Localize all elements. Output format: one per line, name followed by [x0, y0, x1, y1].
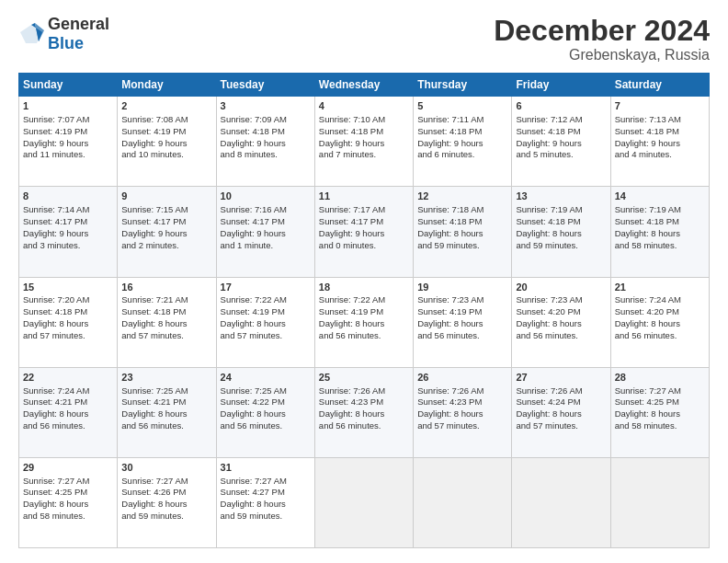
day-info-line: and 10 minutes.: [121, 149, 211, 161]
day-number: 3: [221, 99, 311, 113]
day-info-line: Sunset: 4:18 PM: [319, 126, 409, 138]
day-number: 17: [221, 281, 311, 294]
calendar-cell: 31Sunrise: 7:27 AMSunset: 4:27 PMDayligh…: [216, 457, 314, 547]
day-number: 21: [615, 281, 705, 294]
day-info-line: Sunrise: 7:19 AM: [516, 204, 606, 216]
day-info-line: and 2 minutes.: [121, 240, 211, 252]
day-info-line: Sunrise: 7:13 AM: [615, 114, 705, 126]
day-number: 19: [417, 281, 507, 294]
col-thursday: Thursday: [414, 74, 512, 97]
day-info-line: Daylight: 9 hours: [23, 138, 113, 150]
day-info-line: and 56 minutes.: [319, 420, 409, 432]
day-info-line: Sunset: 4:19 PM: [121, 126, 211, 138]
calendar-cell: 30Sunrise: 7:27 AMSunset: 4:26 PMDayligh…: [118, 457, 216, 547]
calendar-cell: 14Sunrise: 7:19 AMSunset: 4:18 PMDayligh…: [610, 187, 709, 277]
day-info-line: Sunset: 4:18 PM: [615, 126, 705, 138]
page-subtitle: Grebenskaya, Russia: [494, 47, 710, 63]
calendar-cell: [512, 457, 610, 547]
day-info-line: and 57 minutes.: [121, 330, 211, 342]
logo-general: General: [48, 15, 109, 33]
day-info-line: Sunset: 4:18 PM: [417, 216, 507, 228]
day-info-line: Sunrise: 7:19 AM: [615, 204, 705, 216]
day-info-line: Sunrise: 7:17 AM: [319, 204, 409, 216]
day-number: 6: [516, 99, 606, 113]
day-info-line: Sunrise: 7:15 AM: [121, 204, 211, 216]
calendar-week-4: 22Sunrise: 7:24 AMSunset: 4:21 PMDayligh…: [19, 367, 710, 457]
day-info-line: Daylight: 8 hours: [121, 408, 211, 420]
day-info-line: Daylight: 8 hours: [121, 499, 211, 511]
calendar-cell: 13Sunrise: 7:19 AMSunset: 4:18 PMDayligh…: [512, 187, 610, 277]
day-info-line: Sunset: 4:18 PM: [516, 126, 606, 138]
day-info-line: Sunset: 4:23 PM: [417, 396, 507, 408]
day-info-line: Sunset: 4:21 PM: [121, 396, 211, 408]
day-info-line: Sunrise: 7:07 AM: [23, 114, 113, 126]
day-info-line: Sunset: 4:17 PM: [121, 216, 211, 228]
day-info-line: Sunrise: 7:23 AM: [516, 294, 606, 306]
calendar-cell: 10Sunrise: 7:16 AMSunset: 4:17 PMDayligh…: [216, 187, 314, 277]
day-info-line: Sunrise: 7:26 AM: [319, 385, 409, 397]
calendar-body: 1Sunrise: 7:07 AMSunset: 4:19 PMDaylight…: [19, 97, 710, 548]
day-info-line: and 56 minutes.: [23, 420, 113, 432]
day-info-line: Sunrise: 7:24 AM: [23, 385, 113, 397]
page: General Blue December 2024 Grebenskaya, …: [0, 0, 728, 563]
day-info-line: Sunset: 4:23 PM: [319, 396, 409, 408]
day-info-line: Sunset: 4:20 PM: [615, 306, 705, 318]
day-info-line: and 3 minutes.: [23, 240, 113, 252]
day-number: 31: [221, 461, 311, 475]
day-info-line: Sunset: 4:25 PM: [23, 487, 113, 499]
calendar-cell: 12Sunrise: 7:18 AMSunset: 4:18 PMDayligh…: [414, 187, 512, 277]
day-number: 8: [23, 190, 113, 203]
day-info-line: Sunrise: 7:23 AM: [417, 294, 507, 306]
day-info-line: and 56 minutes.: [221, 420, 311, 432]
calendar-cell: 25Sunrise: 7:26 AMSunset: 4:23 PMDayligh…: [314, 367, 413, 457]
day-number: 18: [319, 281, 409, 294]
day-info-line: Daylight: 8 hours: [221, 499, 311, 511]
calendar-cell: 11Sunrise: 7:17 AMSunset: 4:17 PMDayligh…: [314, 187, 413, 277]
day-info-line: Sunrise: 7:25 AM: [121, 385, 211, 397]
day-info-line: Daylight: 8 hours: [417, 408, 507, 420]
calendar-cell: 22Sunrise: 7:24 AMSunset: 4:21 PMDayligh…: [19, 367, 118, 457]
day-info-line: Sunrise: 7:11 AM: [417, 114, 507, 126]
calendar-cell: 3Sunrise: 7:09 AMSunset: 4:18 PMDaylight…: [216, 97, 314, 187]
calendar-cell: 23Sunrise: 7:25 AMSunset: 4:21 PMDayligh…: [118, 367, 216, 457]
day-info-line: Sunset: 4:17 PM: [221, 216, 311, 228]
day-info-line: and 1 minute.: [221, 240, 311, 252]
day-info-line: and 59 minutes.: [221, 511, 311, 523]
day-info-line: and 57 minutes.: [221, 330, 311, 342]
calendar-cell: [414, 457, 512, 547]
day-number: 10: [221, 190, 311, 203]
day-info-line: and 11 minutes.: [23, 149, 113, 161]
day-info-line: Daylight: 9 hours: [221, 138, 311, 150]
day-info-line: and 56 minutes.: [121, 420, 211, 432]
calendar-cell: [610, 457, 709, 547]
day-info-line: Daylight: 8 hours: [615, 318, 705, 330]
header-row: Sunday Monday Tuesday Wednesday Thursday…: [19, 74, 710, 97]
day-info-line: and 57 minutes.: [417, 420, 507, 432]
day-info-line: Sunset: 4:17 PM: [319, 216, 409, 228]
calendar-cell: 18Sunrise: 7:22 AMSunset: 4:19 PMDayligh…: [314, 277, 413, 367]
calendar-week-5: 29Sunrise: 7:27 AMSunset: 4:25 PMDayligh…: [19, 457, 710, 547]
title-block: December 2024 Grebenskaya, Russia: [494, 15, 710, 63]
day-info-line: Daylight: 8 hours: [615, 228, 705, 240]
day-info-line: Sunset: 4:18 PM: [615, 216, 705, 228]
day-info-line: Sunset: 4:18 PM: [121, 306, 211, 318]
day-number: 26: [417, 371, 507, 385]
col-monday: Monday: [118, 74, 216, 97]
calendar-cell: 17Sunrise: 7:22 AMSunset: 4:19 PMDayligh…: [216, 277, 314, 367]
calendar-cell: 26Sunrise: 7:26 AMSunset: 4:23 PMDayligh…: [414, 367, 512, 457]
calendar-cell: 6Sunrise: 7:12 AMSunset: 4:18 PMDaylight…: [512, 97, 610, 187]
calendar-cell: 7Sunrise: 7:13 AMSunset: 4:18 PMDaylight…: [610, 97, 709, 187]
calendar-header: Sunday Monday Tuesday Wednesday Thursday…: [19, 74, 710, 97]
logo-blue: Blue: [48, 34, 84, 52]
day-number: 13: [516, 190, 606, 203]
day-info-line: Sunrise: 7:27 AM: [615, 385, 705, 397]
col-tuesday: Tuesday: [216, 74, 314, 97]
day-info-line: Daylight: 9 hours: [23, 228, 113, 240]
calendar-week-2: 8Sunrise: 7:14 AMSunset: 4:17 PMDaylight…: [19, 187, 710, 277]
day-info-line: Daylight: 8 hours: [221, 408, 311, 420]
day-info-line: Daylight: 8 hours: [516, 408, 606, 420]
day-info-line: and 57 minutes.: [23, 330, 113, 342]
calendar-cell: 27Sunrise: 7:26 AMSunset: 4:24 PMDayligh…: [512, 367, 610, 457]
day-info-line: Daylight: 9 hours: [121, 138, 211, 150]
calendar-cell: [314, 457, 413, 547]
